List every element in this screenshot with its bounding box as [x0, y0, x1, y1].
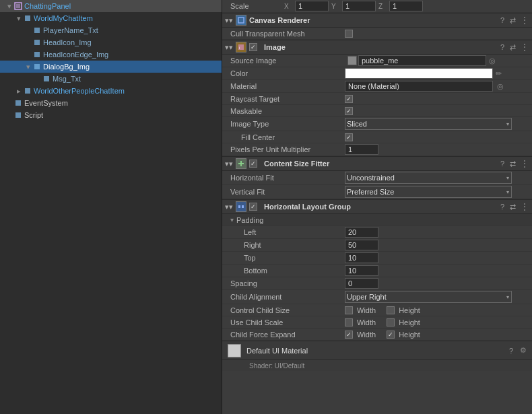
hierarchy-panel: ChattingPanel WorldMyChatItem PlayerName…	[0, 0, 222, 414]
csf-settings[interactable]: ⇄	[508, 160, 517, 168]
padding-bottom-row: Bottom	[222, 265, 532, 277]
tree-item-headiconedge[interactable]: HeadIconEdge_Img	[0, 48, 222, 61]
tree-item-script[interactable]: Script	[0, 109, 222, 121]
tree-item-eventsystem[interactable]: EventSystem	[0, 97, 222, 109]
csf-icons: ? ⇄ ⋮	[499, 159, 529, 168]
control-child-size-width-checkbox[interactable]	[345, 306, 353, 314]
source-image-input[interactable]	[358, 55, 486, 66]
padding-top-input[interactable]	[345, 252, 378, 263]
image-type-dropdown[interactable]: Sliced Simple Tiled Filled	[345, 118, 512, 130]
raycast-target-row: Raycast Target	[222, 93, 532, 105]
control-child-size-height-checkbox[interactable]	[387, 306, 395, 314]
padding-header: ▾ Padding	[222, 214, 532, 226]
tree-item-playername[interactable]: PlayerName_Txt	[0, 24, 222, 36]
padding-bottom-label: Bottom	[230, 267, 345, 275]
canvas-renderer-settings[interactable]: ⇄	[508, 16, 517, 25]
vertical-fit-dropdown[interactable]: Preferred Size Unconstrained Min Size	[345, 186, 512, 198]
image-enable-checkbox[interactable]	[249, 43, 257, 51]
child-force-expand-width-checkbox[interactable]	[345, 331, 353, 339]
maskable-checkbox[interactable]	[345, 107, 353, 115]
cull-transparent-checkbox[interactable]	[345, 30, 353, 38]
padding-left-row: Left	[222, 226, 532, 239]
source-image-label: Source Image	[230, 57, 345, 65]
padding-right-row: Right	[222, 239, 532, 252]
canvas-renderer-menu[interactable]: ⋮	[520, 15, 529, 25]
use-child-scale-height-checkbox[interactable]	[387, 318, 395, 326]
material-pick-icon[interactable]: ◎	[497, 82, 504, 91]
scale-z-input[interactable]	[389, 1, 423, 11]
vertical-fit-value: Preferred Size Unconstrained Min Size ▾	[345, 186, 527, 198]
control-child-size-value: Width Height	[345, 306, 527, 314]
csf-enable-checkbox[interactable]	[249, 160, 257, 168]
csf-help[interactable]: ?	[499, 160, 506, 168]
source-image-pick-icon[interactable]: ◎	[489, 57, 496, 65]
tree-item-msgtxt[interactable]: Msg_Txt	[0, 73, 222, 85]
image-title: Image	[264, 43, 496, 51]
fill-center-checkbox[interactable]	[345, 133, 353, 141]
tree-item-worldother[interactable]: WorldOtherPeopleChatItem	[0, 85, 222, 97]
padding-left-input[interactable]	[345, 227, 378, 238]
canvas-renderer-title: Canvas Renderer	[249, 16, 496, 24]
padding-arrow[interactable]: ▾	[230, 216, 234, 223]
child-force-expand-width-label: Width	[357, 331, 376, 339]
child-alignment-dropdown-wrapper: Upper Right Upper Left Upper Center Midd…	[345, 291, 512, 303]
hlg-arrow[interactable]: ▾	[225, 203, 233, 211]
tree-item-chattingpanel[interactable]: ChattingPanel	[0, 0, 222, 12]
horizontal-fit-dropdown[interactable]: Unconstrained Min Size Preferred Size	[345, 172, 512, 184]
cull-transparent-label: Cull Transparent Mesh	[230, 30, 345, 38]
use-child-scale-width-checkbox[interactable]	[345, 318, 353, 326]
svg-rect-1	[16, 4, 20, 8]
image-arrow[interactable]: ▾	[225, 43, 233, 52]
image-type-value: Sliced Simple Tiled Filled ▾	[345, 118, 527, 130]
raycast-target-checkbox[interactable]	[345, 95, 353, 103]
image-menu[interactable]: ⋮	[520, 42, 529, 52]
material-settings[interactable]: ⚙	[520, 346, 527, 355]
csf-menu[interactable]: ⋮	[520, 159, 529, 168]
spacing-input[interactable]	[345, 278, 378, 289]
scale-x-input[interactable]	[295, 1, 329, 11]
material-section: Default UI Material ? ⚙	[222, 341, 532, 359]
canvas-renderer-help[interactable]: ?	[499, 16, 506, 24]
tree-item-headicon[interactable]: HeadIcon_Img	[0, 36, 222, 48]
color-picker[interactable]	[345, 68, 493, 79]
hlg-settings[interactable]: ⇄	[508, 203, 517, 211]
child-force-expand-row: Child Force Expand Width Height	[222, 329, 532, 341]
cull-transparent-row: Cull Transparent Mesh	[222, 28, 532, 40]
control-child-size-width-label: Width	[357, 306, 376, 314]
image-icons: ? ⇄ ⋮	[499, 42, 529, 52]
color-label: Color	[230, 69, 345, 77]
tree-item-dialogbg[interactable]: DialogBg_Img	[0, 61, 222, 73]
hlg-help[interactable]: ?	[499, 203, 506, 211]
color-pick-icon[interactable]: ✏	[496, 69, 502, 78]
padding-right-label: Right	[230, 241, 345, 249]
hlg-enable-checkbox[interactable]	[249, 203, 257, 211]
material-shader-label: Shader: UI/Default	[249, 362, 304, 370]
pixels-per-unit-input[interactable]	[345, 144, 378, 155]
spacing-value	[345, 278, 527, 289]
material-value: ◎	[345, 81, 527, 92]
canvas-renderer-icons: ? ⇄ ⋮	[499, 15, 529, 25]
image-settings[interactable]: ⇄	[508, 43, 517, 52]
hlg-menu[interactable]: ⋮	[520, 202, 529, 211]
csf-arrow[interactable]: ▾	[225, 160, 233, 168]
z-axis-label: Z	[378, 3, 387, 10]
padding-bottom-input[interactable]	[345, 265, 378, 276]
content-size-fitter-header: ▾ Content Size Fitter ? ⇄ ⋮	[222, 156, 532, 171]
scale-y-input[interactable]	[342, 1, 376, 11]
material-help[interactable]: ?	[508, 347, 514, 355]
raycast-target-value	[345, 95, 527, 103]
child-alignment-row: Child Alignment Upper Right Upper Left U…	[222, 290, 532, 304]
svg-rect-3	[34, 28, 40, 33]
image-help[interactable]: ?	[499, 43, 506, 51]
canvas-renderer-arrow[interactable]: ▾	[225, 16, 233, 25]
svg-rect-5	[34, 52, 40, 57]
child-alignment-dropdown[interactable]: Upper Right Upper Left Upper Center Midd…	[345, 291, 512, 303]
material-preview[interactable]	[228, 344, 241, 357]
child-force-expand-height-checkbox[interactable]	[387, 331, 395, 339]
padding-top-row: Top	[222, 252, 532, 265]
material-label: Material	[230, 82, 345, 90]
maskable-row: Maskable	[222, 105, 532, 117]
material-input[interactable]	[345, 81, 493, 92]
tree-item-worldmychatitem[interactable]: WorldMyChatItem	[0, 12, 222, 24]
padding-right-input[interactable]	[345, 240, 378, 250]
